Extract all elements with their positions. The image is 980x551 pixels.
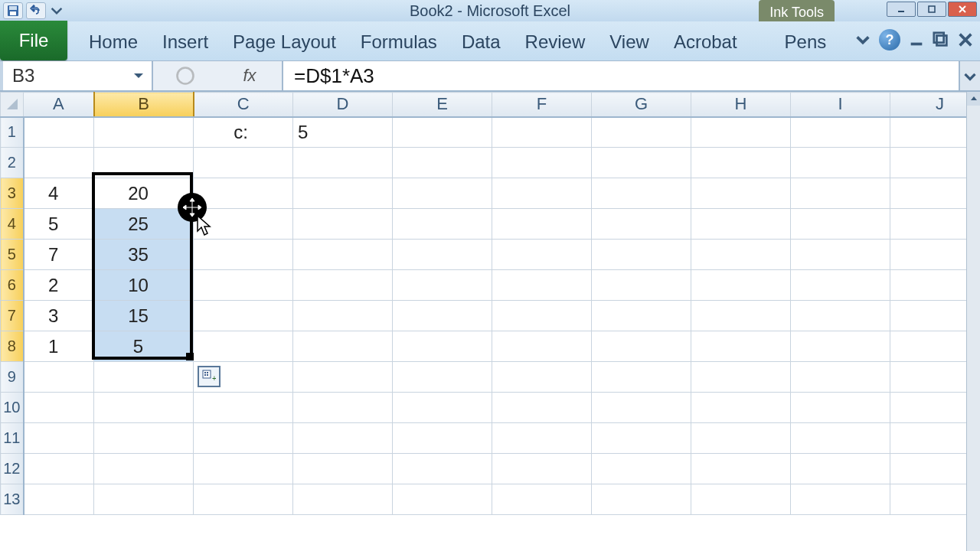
cell[interactable] — [194, 240, 293, 270]
cell[interactable] — [791, 148, 890, 178]
cell[interactable] — [293, 393, 393, 423]
cell-b4[interactable]: 25 — [94, 209, 194, 240]
row-header[interactable]: 6 — [1, 270, 24, 301]
cell[interactable] — [94, 393, 194, 423]
cell[interactable] — [194, 331, 293, 362]
cell[interactable] — [492, 240, 592, 270]
col-header-c[interactable]: C — [194, 93, 293, 117]
cell[interactable] — [592, 423, 691, 454]
cell-d1[interactable]: 5 — [293, 117, 393, 148]
cell-b7[interactable]: 15 — [94, 301, 194, 331]
expand-formula-bar-icon[interactable] — [959, 61, 980, 90]
cell[interactable] — [393, 240, 492, 270]
cell[interactable] — [393, 301, 492, 331]
cell[interactable] — [492, 148, 592, 178]
minimize-button[interactable] — [887, 2, 916, 17]
minimize-ribbon-icon[interactable] — [908, 31, 925, 48]
cell-a3[interactable]: 4 — [24, 178, 94, 209]
cell[interactable] — [691, 331, 791, 362]
row-header[interactable]: 10 — [1, 393, 24, 423]
cell[interactable] — [293, 362, 393, 393]
cell[interactable] — [691, 209, 791, 240]
cell[interactable] — [24, 454, 94, 484]
cell[interactable] — [24, 362, 94, 393]
cell[interactable] — [492, 454, 592, 484]
cell-a8[interactable]: 1 — [24, 331, 94, 362]
cell[interactable] — [791, 362, 890, 393]
cell[interactable] — [293, 423, 393, 454]
help-icon[interactable]: ? — [879, 29, 900, 51]
cell[interactable] — [393, 362, 492, 393]
cell[interactable] — [94, 454, 194, 484]
cell-b5[interactable]: 35 — [94, 240, 194, 270]
col-header-i[interactable]: I — [791, 93, 890, 117]
cell[interactable] — [393, 454, 492, 484]
cell[interactable] — [791, 393, 890, 423]
tab-formulas[interactable]: Formulas — [348, 24, 449, 60]
cell[interactable] — [94, 148, 194, 178]
cell[interactable] — [194, 301, 293, 331]
cell[interactable] — [194, 393, 293, 423]
cell[interactable] — [791, 240, 890, 270]
cell[interactable] — [691, 393, 791, 423]
cell[interactable] — [492, 331, 592, 362]
select-all-corner[interactable] — [1, 93, 24, 117]
cell[interactable] — [592, 393, 691, 423]
cell[interactable] — [492, 423, 592, 454]
cell[interactable] — [791, 270, 890, 301]
cell[interactable] — [393, 423, 492, 454]
cell[interactable] — [592, 270, 691, 301]
cell[interactable] — [592, 209, 691, 240]
cell[interactable] — [293, 484, 393, 515]
cell[interactable] — [194, 454, 293, 484]
cell[interactable] — [94, 117, 194, 148]
cell[interactable] — [791, 178, 890, 209]
save-icon[interactable] — [3, 2, 23, 19]
qat-dropdown-icon[interactable] — [51, 2, 63, 19]
cell[interactable] — [492, 209, 592, 240]
col-header-g[interactable]: G — [592, 93, 691, 117]
cell[interactable] — [592, 301, 691, 331]
cell[interactable] — [492, 117, 592, 148]
cell[interactable] — [393, 393, 492, 423]
cell[interactable] — [293, 454, 393, 484]
cell[interactable] — [24, 423, 94, 454]
tab-insert[interactable]: Insert — [150, 24, 220, 60]
col-header-a[interactable]: A — [24, 93, 94, 117]
cell[interactable] — [691, 301, 791, 331]
ink-tools-tab[interactable]: Ink Tools — [759, 0, 835, 21]
row-header[interactable]: 13 — [1, 484, 24, 515]
cell[interactable] — [592, 240, 691, 270]
col-header-e[interactable]: E — [393, 93, 492, 117]
tab-pens[interactable]: Pens — [773, 24, 839, 60]
row-header[interactable]: 4 — [1, 209, 24, 240]
vertical-scrollbar[interactable] — [966, 92, 980, 551]
cell[interactable] — [592, 178, 691, 209]
close-button[interactable] — [948, 2, 977, 17]
cell[interactable] — [592, 331, 691, 362]
restore-workbook-icon[interactable] — [933, 31, 949, 48]
cell[interactable] — [293, 301, 393, 331]
name-box-dropdown-icon[interactable] — [132, 69, 145, 83]
cell[interactable] — [393, 117, 492, 148]
cell[interactable] — [592, 117, 691, 148]
cell[interactable] — [691, 178, 791, 209]
col-header-d[interactable]: D — [293, 93, 393, 117]
col-header-b[interactable]: B — [94, 93, 194, 117]
cell[interactable] — [592, 484, 691, 515]
cell[interactable] — [24, 393, 94, 423]
cell[interactable] — [194, 148, 293, 178]
tab-data[interactable]: Data — [449, 24, 513, 60]
insert-function-button[interactable]: fx — [239, 65, 260, 86]
cell[interactable] — [592, 148, 691, 178]
cell[interactable] — [293, 331, 393, 362]
ribbon-dropdown-icon[interactable] — [854, 31, 871, 48]
cancel-formula-icon[interactable] — [175, 65, 196, 86]
cell[interactable] — [492, 484, 592, 515]
cell[interactable] — [393, 209, 492, 240]
cell[interactable] — [492, 270, 592, 301]
cell[interactable] — [393, 331, 492, 362]
cell[interactable] — [791, 301, 890, 331]
cell-b3[interactable]: 20 — [94, 178, 194, 209]
cell[interactable] — [791, 331, 890, 362]
